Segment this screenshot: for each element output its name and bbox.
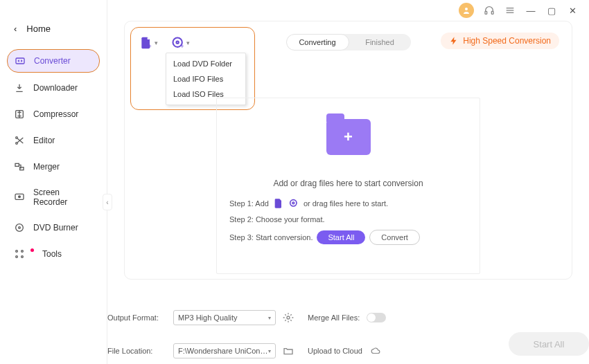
file-location-label: File Location: [107,347,166,355]
home-label: Home [26,24,51,34]
merger-icon [14,161,25,172]
svg-point-15 [19,227,21,229]
sidebar: ‹ Home Converter Downloader Compressor E… [0,0,107,364]
svg-point-14 [16,224,24,232]
output-format-select[interactable]: MP3 High Quality▾ [173,310,276,325]
step-1: Step 1: Add or drag files here to start. [229,198,467,209]
cloud-icon[interactable] [369,346,382,356]
svg-point-16 [16,251,18,253]
nav-compressor[interactable]: Compressor [7,103,100,125]
content: + ▾ + ▾ Load DVD Folder Load IFO Files L… [107,0,589,364]
folder-art: + [314,108,383,170]
svg-point-9 [16,143,18,145]
svg-rect-10 [15,163,19,166]
add-file-icon[interactable] [273,198,284,209]
folder-open-icon[interactable] [283,345,294,356]
svg-point-26 [287,316,290,319]
nav-label: Merger [33,162,60,172]
add-file-button[interactable]: + ▾ [139,36,158,50]
menu-load-dvd-folder[interactable]: Load DVD Folder [166,56,245,71]
nav-editor[interactable]: Editor [7,129,100,152]
converter-icon [15,55,26,66]
compressor-icon [14,109,25,120]
menu-load-ifo-files[interactable]: Load IFO Files [166,71,245,87]
svg-text:+: + [180,43,184,50]
drop-text: Add or drag files here to start conversi… [273,179,423,188]
nav-converter[interactable]: Converter [7,49,100,73]
tab-converting[interactable]: Converting [286,34,349,51]
file-location-value: F:\Wondershare UniConverter 1 [178,347,268,355]
nav-screen-recorder[interactable]: Screen Recorder [7,182,100,212]
nav-downloader[interactable]: Downloader [7,77,100,99]
output-format-value: MP3 High Quality [178,313,238,322]
hsc-label: High Speed Conversion [463,36,551,46]
output-format-label: Output Format: [107,313,166,322]
nav: Converter Downloader Compressor Editor M… [0,49,107,265]
merge-toggle[interactable] [367,313,386,322]
caret-down-icon: ▾ [186,39,190,46]
notification-dot [30,248,34,252]
step-2-text: Step 2: Choose your format. [229,215,325,224]
nav-label: Editor [33,136,55,145]
nav-tools[interactable]: Tools [7,243,100,265]
merge-label: Merge All Files: [308,313,360,322]
svg-point-18 [16,256,18,258]
svg-point-19 [21,256,24,258]
nav-label: Tools [42,249,62,259]
status-tabs: Converting Finished [286,34,411,51]
start-all-pill[interactable]: Start All [317,230,365,244]
nav-label: Downloader [33,83,78,93]
nav-label: Compressor [33,109,78,119]
converter-card: + ▾ + ▾ Load DVD Folder Load IFO Files L… [124,21,572,280]
file-location-select[interactable]: F:\Wondershare UniConverter 1▾ [173,343,276,358]
nav-label: DVD Burner [33,223,78,233]
svg-point-17 [21,251,24,253]
start-all-button[interactable]: Start All [509,332,589,356]
folder-icon: + [326,119,371,155]
step-1a: Step 1: Add [229,199,269,208]
gear-icon[interactable] [283,312,294,323]
add-disc-button[interactable]: + ▾ [171,36,190,50]
svg-point-24 [290,200,297,206]
upload-label: Upload to Cloud [308,347,362,355]
svg-point-13 [19,196,21,198]
step-3: Step 3: Start conversion. Start All Conv… [229,230,467,245]
nav-label: Screen Recorder [33,188,93,207]
svg-rect-6 [16,58,24,64]
nav-dvd-burner[interactable]: DVD Burner [7,217,100,239]
plus-icon: + [344,128,353,146]
nav-merger[interactable]: Merger [7,156,100,178]
high-speed-badge[interactable]: High Speed Conversion [441,33,559,49]
add-disc-icon[interactable] [288,198,299,209]
back-home[interactable]: ‹ Home [0,18,107,39]
svg-text:+: + [148,43,152,50]
drop-zone[interactable]: + Add or drag files here to start conver… [216,98,480,274]
add-file-icon: + [139,36,153,50]
tab-finished[interactable]: Finished [349,34,411,51]
nav-label: Converter [34,56,71,66]
step-3-text: Step 3: Start conversion. [229,233,313,242]
step-1b: or drag files here to start. [304,199,388,208]
tools-icon [14,248,25,260]
footer: Output Format: MP3 High Quality▾ Merge A… [107,310,589,358]
lightning-icon [449,36,459,46]
svg-point-25 [292,202,294,204]
caret-down-icon: ▾ [268,348,271,354]
steps: Step 1: Add or drag files here to start.… [217,188,480,245]
convert-pill[interactable]: Convert [369,230,420,245]
caret-down-icon: ▾ [268,315,271,321]
disc-icon [14,222,25,233]
svg-point-22 [177,42,179,44]
svg-point-8 [16,137,18,139]
scissors-icon [14,135,25,146]
caret-down-icon: ▾ [155,39,158,46]
add-disc-icon: + [171,36,185,50]
chevron-left-icon: ‹ [14,24,17,34]
recorder-icon [14,192,25,203]
step-2: Step 2: Choose your format. [229,215,467,224]
download-icon [14,82,25,93]
